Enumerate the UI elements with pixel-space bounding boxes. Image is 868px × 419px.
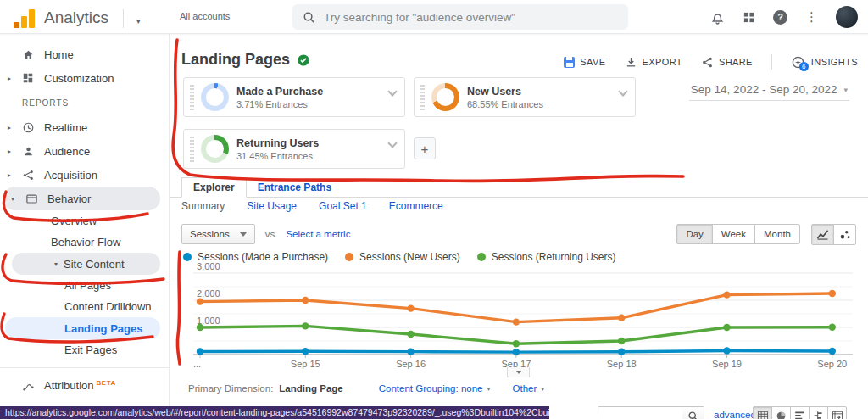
export-button[interactable]: EXPORT bbox=[625, 56, 682, 69]
drag-handle[interactable] bbox=[420, 85, 425, 110]
sidebar-item-customization[interactable]: ▸ Customization bbox=[0, 66, 169, 90]
insights-button[interactable]: 6 INSIGHTS bbox=[791, 55, 858, 70]
select-a-metric-link[interactable]: Select a metric bbox=[286, 229, 350, 239]
toolbar-divider bbox=[771, 54, 772, 70]
sidebar-item-content-drilldown[interactable]: Content Drilldown bbox=[0, 296, 169, 317]
subtab-goal-set-1[interactable]: Goal Set 1 bbox=[319, 200, 367, 212]
chevron-down-icon[interactable] bbox=[618, 87, 627, 96]
comparison-view-button[interactable] bbox=[809, 406, 828, 419]
chevron-down-icon[interactable] bbox=[387, 138, 397, 148]
help-button[interactable]: ? bbox=[773, 10, 787, 25]
logo-divider bbox=[123, 9, 124, 28]
granularity-day-button[interactable]: Day bbox=[676, 224, 712, 244]
chart-annotations-expander[interactable] bbox=[507, 367, 530, 377]
expand-icon[interactable]: ▸ bbox=[0, 148, 19, 155]
global-search[interactable] bbox=[292, 4, 628, 30]
google-apps-button[interactable] bbox=[743, 11, 755, 24]
segment-card-new-users[interactable]: New Users 68.55% Entrances bbox=[414, 77, 636, 117]
advanced-filter-link[interactable]: advanced bbox=[714, 410, 756, 419]
notifications-button[interactable] bbox=[710, 10, 725, 25]
legend-item-made-a-purchase: Sessions (Made a Purchase) bbox=[183, 251, 328, 263]
svg-text:Sep 16: Sep 16 bbox=[396, 359, 426, 369]
granularity-week-button[interactable]: Week bbox=[712, 224, 755, 244]
sidebar-item-behavior-flow[interactable]: Behavior Flow bbox=[0, 232, 169, 253]
collapse-icon[interactable]: ▾ bbox=[3, 195, 22, 203]
subtab-ecommerce[interactable]: Ecommerce bbox=[389, 200, 443, 212]
search-input[interactable] bbox=[324, 11, 618, 24]
percentage-view-button[interactable] bbox=[771, 406, 791, 419]
motion-chart-toggle-button[interactable] bbox=[833, 224, 856, 245]
chart-controls: Sessions vs. Select a metric Day Week Mo… bbox=[181, 222, 856, 246]
customization-icon bbox=[19, 72, 37, 84]
svg-text:Sep 15: Sep 15 bbox=[291, 359, 320, 369]
page-title: Landing Pages bbox=[181, 51, 290, 69]
performance-view-button[interactable] bbox=[790, 406, 810, 419]
granularity-month-button[interactable]: Month bbox=[754, 224, 800, 244]
subtab-site-usage[interactable]: Site Usage bbox=[247, 200, 297, 212]
tab-explorer[interactable]: Explorer bbox=[181, 177, 247, 198]
legend-item-new-users: Sessions (New Users) bbox=[345, 251, 460, 263]
sidebar-item-all-pages[interactable]: All Pages bbox=[0, 275, 169, 296]
tab-strip: Explorer Entrance Paths bbox=[170, 179, 868, 198]
sidebar-item-attribution[interactable]: AttributionBETA bbox=[0, 374, 169, 398]
add-segment-button[interactable]: + bbox=[414, 137, 436, 159]
expand-icon[interactable]: ▸ bbox=[0, 124, 19, 131]
search-icon bbox=[687, 411, 698, 419]
drag-handle[interactable] bbox=[190, 137, 194, 162]
sidebar-item-audience[interactable]: ▸ Audience bbox=[0, 139, 169, 163]
segment-donut bbox=[201, 83, 229, 111]
other-dimension-link[interactable]: Other ▾ bbox=[513, 383, 545, 394]
svg-text:...: ... bbox=[193, 359, 201, 369]
insights-count-badge: 6 bbox=[799, 62, 809, 71]
segment-donut bbox=[201, 135, 229, 163]
svg-text:3,000: 3,000 bbox=[197, 263, 220, 271]
sidebar-item-exit-pages[interactable]: Exit Pages bbox=[0, 339, 169, 360]
segment-donut bbox=[431, 83, 459, 111]
primary-dimension-value[interactable]: Landing Page bbox=[279, 383, 342, 394]
avatar[interactable] bbox=[836, 6, 858, 28]
sidebar-item-overview[interactable]: Overview bbox=[0, 210, 169, 232]
expand-icon[interactable]: ▸ bbox=[0, 75, 19, 82]
share-button[interactable]: SHARE bbox=[701, 56, 753, 69]
metric-dropdown[interactable]: Sessions bbox=[181, 224, 255, 244]
collapse-icon[interactable]: ▾ bbox=[54, 260, 58, 268]
status-bar-url: https://analytics.google.com/analytics/w… bbox=[0, 406, 549, 419]
svg-text:Sep 19: Sep 19 bbox=[712, 359, 742, 369]
account-switcher-chevron-icon[interactable]: ▾ bbox=[136, 17, 141, 25]
sidebar: Home ▸ Customization REPORTS ▸ Realtime bbox=[0, 34, 170, 419]
save-icon bbox=[564, 57, 575, 68]
subtab-summary[interactable]: Summary bbox=[181, 200, 225, 212]
vs-label: vs. bbox=[265, 229, 278, 239]
subtab-bar: Summary Site Usage Goal Set 1 Ecommerce bbox=[181, 200, 443, 212]
line-chart-toggle-button[interactable] bbox=[811, 224, 834, 245]
tab-entrance-paths[interactable]: Entrance Paths bbox=[247, 178, 342, 197]
content-grouping-link[interactable]: Content Grouping: none ▾ bbox=[379, 383, 491, 394]
main-content: Landing Pages SAVE EXPORT bbox=[170, 34, 868, 419]
search-icon bbox=[303, 11, 315, 24]
sidebar-item-home[interactable]: Home bbox=[0, 42, 169, 66]
segment-card-made-a-purchase[interactable]: Made a Purchase 3.71% Entrances bbox=[183, 77, 405, 117]
pivot-view-button[interactable] bbox=[827, 406, 847, 419]
more-options-button[interactable]: ⋮ bbox=[805, 9, 818, 25]
sidebar-item-behavior[interactable]: ▾ Behavior bbox=[3, 187, 160, 210]
sidebar-divider bbox=[0, 367, 169, 368]
analytics-logo-icon bbox=[14, 9, 35, 28]
save-button[interactable]: SAVE bbox=[564, 57, 605, 68]
sidebar-item-realtime[interactable]: ▸ Realtime bbox=[0, 115, 169, 139]
verified-badge-icon bbox=[297, 53, 310, 67]
motion-chart-icon bbox=[839, 229, 851, 240]
table-search-button[interactable] bbox=[682, 406, 704, 419]
segment-card-returning-users[interactable]: Returning Users 31.45% Entrances bbox=[183, 129, 405, 169]
data-table-view-button[interactable] bbox=[753, 406, 772, 419]
table-search-input[interactable] bbox=[598, 406, 682, 419]
sidebar-item-acquisition[interactable]: ▸ Acquisition bbox=[0, 163, 169, 187]
date-range-selector[interactable]: Sep 14, 2022 - Sep 20, 2022 ▾ bbox=[689, 81, 849, 101]
sidebar-item-landing-pages[interactable]: Landing Pages bbox=[5, 317, 160, 339]
sidebar-item-site-content[interactable]: ▾ Site Content bbox=[12, 253, 160, 275]
expand-icon[interactable]: ▸ bbox=[0, 171, 19, 179]
share-icon bbox=[701, 56, 714, 69]
behavior-icon bbox=[22, 193, 41, 205]
analytics-logo[interactable]: Analytics ▾ bbox=[14, 6, 141, 28]
chevron-down-icon[interactable] bbox=[387, 87, 397, 96]
drag-handle[interactable] bbox=[190, 85, 194, 110]
